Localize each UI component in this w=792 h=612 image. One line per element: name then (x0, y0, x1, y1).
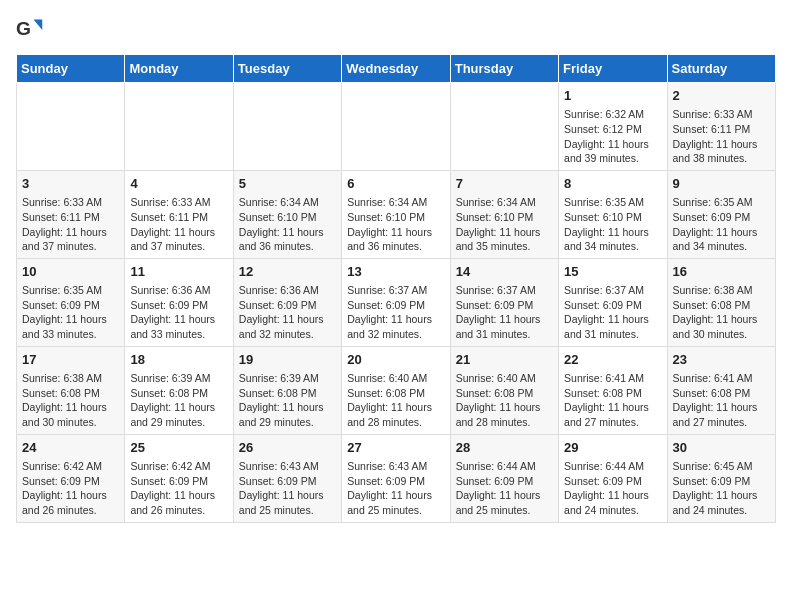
calendar-cell: 24Sunrise: 6:42 AMSunset: 6:09 PMDayligh… (17, 434, 125, 522)
calendar-cell: 8Sunrise: 6:35 AMSunset: 6:10 PMDaylight… (559, 170, 667, 258)
day-info: Sunrise: 6:41 AM (673, 371, 770, 386)
calendar-cell: 20Sunrise: 6:40 AMSunset: 6:08 PMDayligh… (342, 346, 450, 434)
day-info: Sunrise: 6:36 AM (239, 283, 336, 298)
day-info: Daylight: 11 hours and 36 minutes. (239, 225, 336, 254)
day-info: Daylight: 11 hours and 33 minutes. (22, 312, 119, 341)
day-info: Daylight: 11 hours and 31 minutes. (564, 312, 661, 341)
day-info: Sunset: 6:11 PM (673, 122, 770, 137)
day-number: 26 (239, 439, 336, 457)
day-number: 12 (239, 263, 336, 281)
day-number: 15 (564, 263, 661, 281)
day-info: Sunrise: 6:42 AM (22, 459, 119, 474)
day-info: Sunrise: 6:35 AM (673, 195, 770, 210)
calendar-cell: 16Sunrise: 6:38 AMSunset: 6:08 PMDayligh… (667, 258, 775, 346)
day-number: 6 (347, 175, 444, 193)
day-info: Sunrise: 6:33 AM (22, 195, 119, 210)
day-info: Daylight: 11 hours and 30 minutes. (673, 312, 770, 341)
day-info: Sunset: 6:08 PM (130, 386, 227, 401)
calendar-cell: 28Sunrise: 6:44 AMSunset: 6:09 PMDayligh… (450, 434, 558, 522)
weekday-header-thursday: Thursday (450, 55, 558, 83)
calendar-cell: 13Sunrise: 6:37 AMSunset: 6:09 PMDayligh… (342, 258, 450, 346)
calendar-cell: 22Sunrise: 6:41 AMSunset: 6:08 PMDayligh… (559, 346, 667, 434)
day-info: Daylight: 11 hours and 25 minutes. (456, 488, 553, 517)
calendar-cell: 29Sunrise: 6:44 AMSunset: 6:09 PMDayligh… (559, 434, 667, 522)
day-info: Daylight: 11 hours and 34 minutes. (564, 225, 661, 254)
weekday-header-friday: Friday (559, 55, 667, 83)
day-number: 2 (673, 87, 770, 105)
calendar-cell: 6Sunrise: 6:34 AMSunset: 6:10 PMDaylight… (342, 170, 450, 258)
day-info: Daylight: 11 hours and 24 minutes. (564, 488, 661, 517)
day-number: 18 (130, 351, 227, 369)
day-info: Sunrise: 6:35 AM (22, 283, 119, 298)
day-info: Daylight: 11 hours and 25 minutes. (239, 488, 336, 517)
day-number: 9 (673, 175, 770, 193)
day-number: 19 (239, 351, 336, 369)
day-number: 8 (564, 175, 661, 193)
calendar-cell (342, 83, 450, 171)
day-number: 4 (130, 175, 227, 193)
day-info: Daylight: 11 hours and 38 minutes. (673, 137, 770, 166)
day-info: Sunrise: 6:45 AM (673, 459, 770, 474)
day-number: 22 (564, 351, 661, 369)
day-info: Sunset: 6:09 PM (456, 474, 553, 489)
weekday-header-wednesday: Wednesday (342, 55, 450, 83)
calendar-week-1: 1Sunrise: 6:32 AMSunset: 6:12 PMDaylight… (17, 83, 776, 171)
calendar-cell: 30Sunrise: 6:45 AMSunset: 6:09 PMDayligh… (667, 434, 775, 522)
day-info: Sunset: 6:08 PM (22, 386, 119, 401)
calendar-cell: 1Sunrise: 6:32 AMSunset: 6:12 PMDaylight… (559, 83, 667, 171)
day-info: Sunset: 6:09 PM (130, 474, 227, 489)
calendar-cell: 19Sunrise: 6:39 AMSunset: 6:08 PMDayligh… (233, 346, 341, 434)
day-info: Sunset: 6:09 PM (22, 474, 119, 489)
svg-marker-1 (34, 20, 43, 31)
calendar-cell: 2Sunrise: 6:33 AMSunset: 6:11 PMDaylight… (667, 83, 775, 171)
day-info: Sunset: 6:10 PM (564, 210, 661, 225)
day-info: Daylight: 11 hours and 30 minutes. (22, 400, 119, 429)
day-info: Sunset: 6:09 PM (239, 298, 336, 313)
calendar-cell: 4Sunrise: 6:33 AMSunset: 6:11 PMDaylight… (125, 170, 233, 258)
day-info: Sunrise: 6:34 AM (456, 195, 553, 210)
day-info: Sunrise: 6:40 AM (347, 371, 444, 386)
day-info: Sunset: 6:09 PM (239, 474, 336, 489)
calendar-cell: 25Sunrise: 6:42 AMSunset: 6:09 PMDayligh… (125, 434, 233, 522)
day-info: Sunrise: 6:44 AM (564, 459, 661, 474)
svg-text:G: G (16, 18, 31, 39)
day-info: Sunset: 6:11 PM (130, 210, 227, 225)
calendar-cell: 27Sunrise: 6:43 AMSunset: 6:09 PMDayligh… (342, 434, 450, 522)
day-number: 29 (564, 439, 661, 457)
day-info: Sunset: 6:09 PM (673, 474, 770, 489)
day-number: 11 (130, 263, 227, 281)
day-info: Daylight: 11 hours and 28 minutes. (456, 400, 553, 429)
day-info: Sunset: 6:10 PM (347, 210, 444, 225)
day-number: 24 (22, 439, 119, 457)
day-number: 10 (22, 263, 119, 281)
day-info: Sunrise: 6:37 AM (456, 283, 553, 298)
day-info: Sunset: 6:09 PM (347, 474, 444, 489)
day-info: Daylight: 11 hours and 37 minutes. (130, 225, 227, 254)
day-info: Daylight: 11 hours and 35 minutes. (456, 225, 553, 254)
day-info: Daylight: 11 hours and 26 minutes. (130, 488, 227, 517)
day-info: Sunrise: 6:39 AM (130, 371, 227, 386)
day-info: Daylight: 11 hours and 26 minutes. (22, 488, 119, 517)
day-info: Sunrise: 6:35 AM (564, 195, 661, 210)
day-info: Sunrise: 6:37 AM (347, 283, 444, 298)
day-info: Sunrise: 6:43 AM (239, 459, 336, 474)
calendar-header: SundayMondayTuesdayWednesdayThursdayFrid… (17, 55, 776, 83)
day-info: Sunrise: 6:40 AM (456, 371, 553, 386)
day-info: Sunrise: 6:34 AM (347, 195, 444, 210)
day-info: Sunset: 6:11 PM (22, 210, 119, 225)
calendar-cell: 12Sunrise: 6:36 AMSunset: 6:09 PMDayligh… (233, 258, 341, 346)
day-info: Daylight: 11 hours and 32 minutes. (347, 312, 444, 341)
calendar-cell: 21Sunrise: 6:40 AMSunset: 6:08 PMDayligh… (450, 346, 558, 434)
day-info: Daylight: 11 hours and 27 minutes. (673, 400, 770, 429)
calendar-week-3: 10Sunrise: 6:35 AMSunset: 6:09 PMDayligh… (17, 258, 776, 346)
day-info: Sunset: 6:08 PM (239, 386, 336, 401)
day-info: Daylight: 11 hours and 36 minutes. (347, 225, 444, 254)
day-info: Sunrise: 6:41 AM (564, 371, 661, 386)
day-number: 16 (673, 263, 770, 281)
day-number: 28 (456, 439, 553, 457)
day-info: Daylight: 11 hours and 24 minutes. (673, 488, 770, 517)
day-info: Daylight: 11 hours and 28 minutes. (347, 400, 444, 429)
weekday-header-saturday: Saturday (667, 55, 775, 83)
day-info: Sunset: 6:09 PM (130, 298, 227, 313)
day-info: Daylight: 11 hours and 27 minutes. (564, 400, 661, 429)
